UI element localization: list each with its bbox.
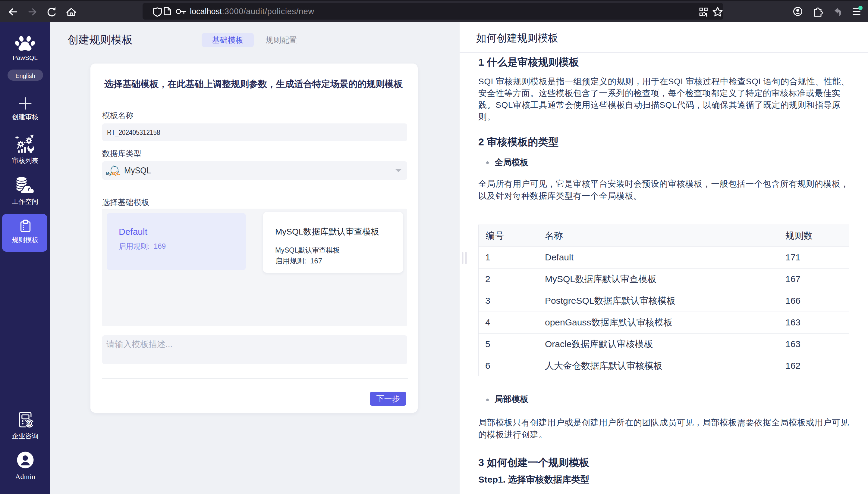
svg-text:$: $ bbox=[28, 421, 31, 426]
svg-text:MySQL.: MySQL. bbox=[106, 172, 120, 176]
